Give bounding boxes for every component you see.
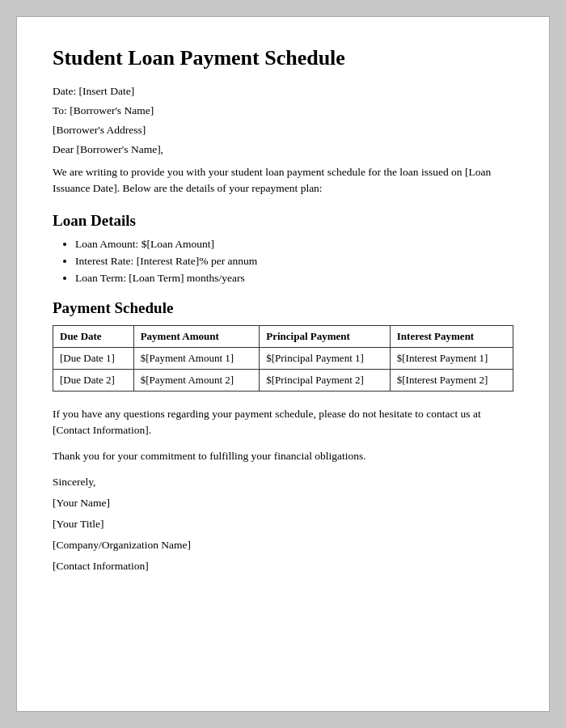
loan-detail-item: Loan Amount: $[Loan Amount]	[75, 238, 513, 251]
table-cell: $[Interest Payment 1]	[390, 347, 513, 369]
table-cell: $[Principal Payment 1]	[260, 347, 391, 369]
document-page: Student Loan Payment Schedule Date: [Ins…	[16, 16, 550, 712]
table-header-row: Due DatePayment AmountPrincipal PaymentI…	[53, 325, 513, 347]
to-line: To: [Borrower's Name]	[53, 104, 513, 117]
intro-paragraph: We are writing to provide you with your …	[53, 164, 513, 197]
loan-detail-item: Loan Term: [Loan Term] months/years	[75, 272, 513, 285]
salutation: Dear [Borrower's Name],	[53, 143, 513, 156]
table-cell: $[Payment Amount 2]	[133, 369, 260, 391]
payment-schedule-section: Payment Schedule Due DatePayment AmountP…	[53, 299, 513, 392]
address-line: [Borrower's Address]	[53, 124, 513, 137]
table-cell: $[Interest Payment 2]	[390, 369, 513, 391]
table-cell: [Due Date 2]	[53, 369, 134, 391]
table-header-cell: Payment Amount	[133, 325, 260, 347]
loan-details-list: Loan Amount: $[Loan Amount]Interest Rate…	[53, 238, 513, 285]
table-row: [Due Date 2]$[Payment Amount 2]$[Princip…	[53, 369, 513, 391]
payment-schedule-title: Payment Schedule	[53, 299, 513, 317]
loan-details-title: Loan Details	[53, 212, 513, 230]
date-line: Date: [Insert Date]	[53, 85, 513, 98]
table-row: [Due Date 1]$[Payment Amount 1]$[Princip…	[53, 347, 513, 369]
signer-contact: [Contact Information]	[53, 560, 513, 573]
table-body: [Due Date 1]$[Payment Amount 1]$[Princip…	[53, 347, 513, 391]
thankyou-paragraph: Thank you for your commitment to fulfill…	[53, 448, 513, 464]
payment-schedule-table: Due DatePayment AmountPrincipal PaymentI…	[53, 325, 513, 392]
signer-title: [Your Title]	[53, 518, 513, 531]
table-cell: [Due Date 1]	[53, 347, 134, 369]
signer-name: [Your Name]	[53, 497, 513, 510]
signer-company: [Company/Organization Name]	[53, 539, 513, 552]
sincerely-line: Sincerely,	[53, 476, 513, 489]
table-header-cell: Principal Payment	[260, 325, 391, 347]
main-title: Student Loan Payment Schedule	[53, 46, 513, 70]
loan-detail-item: Interest Rate: [Interest Rate]% per annu…	[75, 255, 513, 268]
table-header-cell: Interest Payment	[390, 325, 513, 347]
table-cell: $[Principal Payment 2]	[260, 369, 391, 391]
signature-block: Sincerely, [Your Name] [Your Title] [Com…	[53, 476, 513, 573]
closing-paragraph: If you have any questions regarding your…	[53, 406, 513, 439]
table-cell: $[Payment Amount 1]	[133, 347, 260, 369]
table-header-cell: Due Date	[53, 325, 134, 347]
